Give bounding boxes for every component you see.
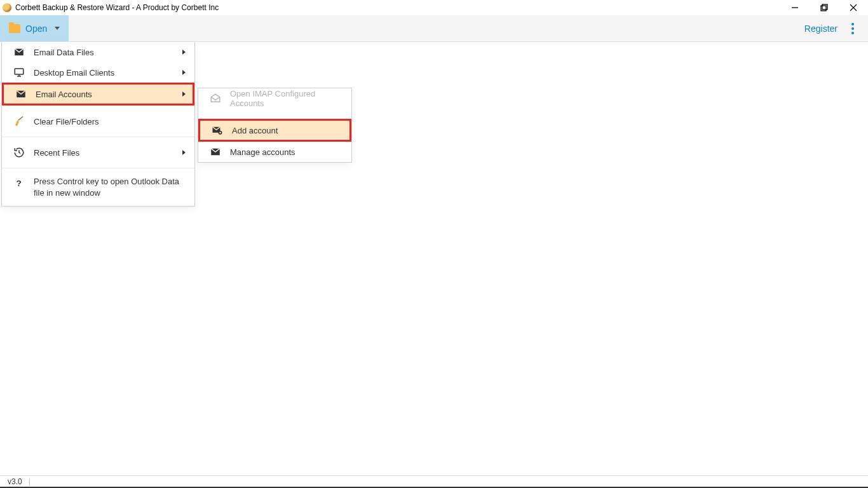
- menu-item-label: Email Accounts: [36, 90, 92, 99]
- menu-email-accounts[interactable]: Email Accounts: [2, 83, 194, 105]
- open-button[interactable]: Open: [0, 15, 69, 41]
- close-button[interactable]: [839, 0, 868, 15]
- submenu-manage-accounts[interactable]: Manage accounts: [198, 142, 351, 162]
- minimize-button[interactable]: [780, 0, 810, 15]
- mail-open-icon: [210, 93, 221, 104]
- submenu-add-account[interactable]: Add account: [198, 119, 351, 142]
- envelope-icon: [210, 146, 221, 158]
- submenu-spacer: [198, 109, 351, 119]
- envelope-icon: [13, 46, 25, 58]
- monitor-icon: [13, 67, 25, 78]
- submenu-item-label: Manage accounts: [230, 147, 295, 157]
- status-separator: |: [29, 477, 31, 486]
- maximize-button[interactable]: [810, 0, 839, 15]
- titlebar-left: Corbett Backup & Restore Wizard - A Prod…: [3, 3, 219, 12]
- svg-rect-5: [15, 69, 24, 74]
- open-menu: Email Data Files Desktop Email Clients E…: [1, 42, 195, 207]
- svg-rect-2: [822, 4, 827, 10]
- menu-hint: ? Press Control key to open Outlook Data…: [2, 168, 194, 206]
- register-link[interactable]: Register: [804, 24, 837, 34]
- history-icon: [13, 147, 25, 158]
- folder-icon: [9, 24, 20, 33]
- statusbar: v3.0 |: [0, 475, 868, 488]
- menu-desktop-email-clients[interactable]: Desktop Email Clients: [2, 62, 194, 83]
- menu-hint-text: Press Control key to open Outlook Data f…: [34, 176, 183, 198]
- question-icon: ?: [13, 177, 25, 189]
- menu-clear-file-folders[interactable]: Clear File/Folders: [2, 106, 194, 137]
- submenu-item-label: Add account: [232, 126, 278, 135]
- svg-rect-1: [821, 6, 826, 11]
- broom-icon: [13, 116, 25, 127]
- menu-email-data-files[interactable]: Email Data Files: [2, 42, 194, 62]
- submenu-open-imap: Open IMAP Configured Accounts: [198, 88, 351, 109]
- toolbar-right: Register: [804, 15, 868, 41]
- mail-plus-icon: [212, 125, 223, 136]
- open-label: Open: [25, 24, 47, 34]
- menu-item-label: Desktop Email Clients: [34, 68, 114, 78]
- window-controls: [780, 0, 868, 15]
- status-version: v3.0: [8, 477, 22, 486]
- menu-item-label: Clear File/Folders: [34, 117, 99, 126]
- caret-down-icon: [55, 27, 60, 30]
- menu-item-label: Email Data Files: [34, 48, 94, 57]
- submenu-item-label: Open IMAP Configured Accounts: [230, 89, 342, 108]
- app-icon: [3, 3, 11, 12]
- titlebar: Corbett Backup & Restore Wizard - A Prod…: [0, 0, 868, 15]
- email-accounts-submenu: Open IMAP Configured Accounts Add accoun…: [198, 88, 352, 163]
- window-title: Corbett Backup & Restore Wizard - A Prod…: [15, 3, 219, 12]
- more-menu-icon[interactable]: [849, 20, 857, 37]
- menu-item-label: Recent Files: [34, 148, 79, 158]
- envelope-icon: [15, 88, 27, 100]
- toolbar: Open Register: [0, 15, 868, 42]
- menu-recent-files[interactable]: Recent Files: [2, 137, 194, 168]
- svg-text:?: ?: [17, 179, 22, 188]
